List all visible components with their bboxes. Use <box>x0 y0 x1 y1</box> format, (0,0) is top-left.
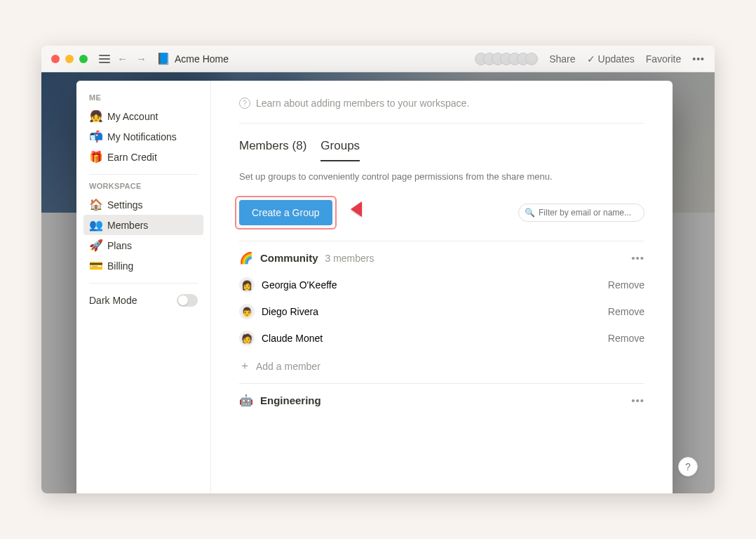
help-fab[interactable]: ? <box>678 457 698 477</box>
group-header[interactable]: 🤖 Engineering ••• <box>239 384 644 414</box>
avatar: 👨 <box>239 304 255 319</box>
filter-input[interactable] <box>518 204 644 222</box>
annotation-arrow-icon <box>348 197 390 221</box>
settings-sidebar: ME 👧 My Account 📬 My Notifications 🎁 Ear… <box>76 81 211 493</box>
member-name: Claude Monet <box>262 333 323 344</box>
minimize-window-icon[interactable] <box>65 55 74 63</box>
house-icon: 🏠 <box>89 198 102 211</box>
credit-card-icon: 💳 <box>89 259 102 272</box>
avatar-icon: 👧 <box>89 109 102 123</box>
sidebar-item-notifications[interactable]: 📬 My Notifications <box>83 126 203 147</box>
group-engineering: 🤖 Engineering ••• <box>239 384 644 414</box>
group-header[interactable]: 🌈 Community 3 members ••• <box>239 241 644 272</box>
avatar: 🧑 <box>239 331 255 346</box>
group-menu-icon[interactable]: ••• <box>631 252 644 264</box>
dark-mode-toggle[interactable] <box>177 294 198 307</box>
filter-wrap: 🔍 <box>518 204 644 222</box>
window-controls <box>51 55 88 63</box>
member-row: 🧑 Claude Monet Remove <box>239 325 644 352</box>
sidebar-item-billing[interactable]: 💳 Billing <box>83 255 203 276</box>
avatar <box>525 53 538 65</box>
member-name: Diego Rivera <box>262 306 318 317</box>
favorite-button[interactable]: Favorite <box>646 53 682 65</box>
group-menu-icon[interactable]: ••• <box>631 394 644 406</box>
create-group-highlight: Create a Group <box>239 200 332 225</box>
group-community: 🌈 Community 3 members ••• 👩 Georgia O'Ke… <box>239 241 644 384</box>
member-row: 👨 Diego Rivera Remove <box>239 298 644 325</box>
search-icon: 🔍 <box>525 208 535 218</box>
close-window-icon[interactable] <box>51 55 60 63</box>
updates-button[interactable]: ✓ Updates <box>587 53 635 65</box>
breadcrumb[interactable]: 📘 Acme Home <box>156 52 229 65</box>
sidebar-item-label: My Notifications <box>107 131 177 142</box>
tabs: Members (8) Groups <box>239 139 644 161</box>
sidebar-item-label: Settings <box>107 199 143 211</box>
rocket-icon: 🚀 <box>89 239 102 252</box>
remove-button[interactable]: Remove <box>608 279 644 291</box>
add-member-label: Add a member <box>256 361 320 372</box>
sidebar-item-settings[interactable]: 🏠 Settings <box>83 194 203 215</box>
hamburger-icon[interactable] <box>99 55 110 63</box>
sidebar-item-label: My Account <box>107 111 158 122</box>
remove-button[interactable]: Remove <box>608 333 644 344</box>
dark-mode-label: Dark Mode <box>89 295 137 306</box>
nav-forward-icon[interactable]: → <box>135 53 148 65</box>
top-actions: Share ✓ Updates Favorite ••• <box>549 53 705 65</box>
sidebar-heading-me: ME <box>89 93 198 102</box>
updates-label: Updates <box>598 53 635 65</box>
learn-more-row[interactable]: ? Learn about adding members to your wor… <box>239 98 644 124</box>
sidebar-item-members[interactable]: 👥 Members <box>83 215 203 235</box>
member-row: 👩 Georgia O'Keeffe Remove <box>239 272 644 298</box>
tab-members[interactable]: Members (8) <box>239 139 306 161</box>
sidebar-item-plans[interactable]: 🚀 Plans <box>83 235 203 255</box>
group-count: 3 members <box>325 253 374 264</box>
sidebar-item-label: Plans <box>107 240 132 251</box>
share-button[interactable]: Share <box>549 53 575 65</box>
create-group-button[interactable]: Create a Group <box>239 200 332 225</box>
add-member-button[interactable]: ＋ Add a member <box>239 352 644 383</box>
divider <box>89 283 198 284</box>
nav-back-icon[interactable]: ← <box>116 53 129 65</box>
plus-icon: ＋ <box>239 359 250 373</box>
learn-text: Learn about adding members to your works… <box>256 98 469 109</box>
people-icon: 👥 <box>89 218 102 232</box>
sidebar-item-label: Earn Credit <box>107 152 157 163</box>
sidebar-item-label: Members <box>107 220 148 231</box>
sidebar-heading-workspace: WORKSPACE <box>89 182 198 190</box>
remove-button[interactable]: Remove <box>608 306 644 317</box>
gift-icon: 🎁 <box>89 150 102 164</box>
divider <box>89 174 198 175</box>
tab-groups[interactable]: Groups <box>320 139 360 161</box>
maximize-window-icon[interactable] <box>79 55 88 63</box>
page-icon: 📘 <box>156 52 170 65</box>
settings-modal: ME 👧 My Account 📬 My Notifications 🎁 Ear… <box>76 81 673 493</box>
action-row: Create a Group 🔍 <box>239 200 644 241</box>
rainbow-icon: 🌈 <box>239 251 253 265</box>
titlebar: ← → 📘 Acme Home Share ✓ Updates Favorite… <box>41 46 715 72</box>
group-name: Community <box>260 252 318 264</box>
help-icon: ? <box>239 98 250 109</box>
avatar: 👩 <box>239 277 255 293</box>
breadcrumb-text: Acme Home <box>175 53 229 65</box>
robot-icon: 🤖 <box>239 394 253 407</box>
app-window: ← → 📘 Acme Home Share ✓ Updates Favorite… <box>41 46 715 493</box>
settings-main: ? Learn about adding members to your wor… <box>211 81 673 493</box>
member-name: Georgia O'Keeffe <box>262 279 337 291</box>
helper-text: Set up groups to conveniently control pa… <box>239 171 644 182</box>
sidebar-item-my-account[interactable]: 👧 My Account <box>83 106 203 126</box>
mailbox-icon: 📬 <box>89 130 102 143</box>
dark-mode-row: Dark Mode <box>83 291 203 310</box>
collaborator-avatars[interactable] <box>479 53 538 65</box>
group-name: Engineering <box>260 394 321 406</box>
sidebar-item-label: Billing <box>107 260 133 272</box>
sidebar-item-earn-credit[interactable]: 🎁 Earn Credit <box>83 147 203 167</box>
more-icon[interactable]: ••• <box>692 53 705 65</box>
